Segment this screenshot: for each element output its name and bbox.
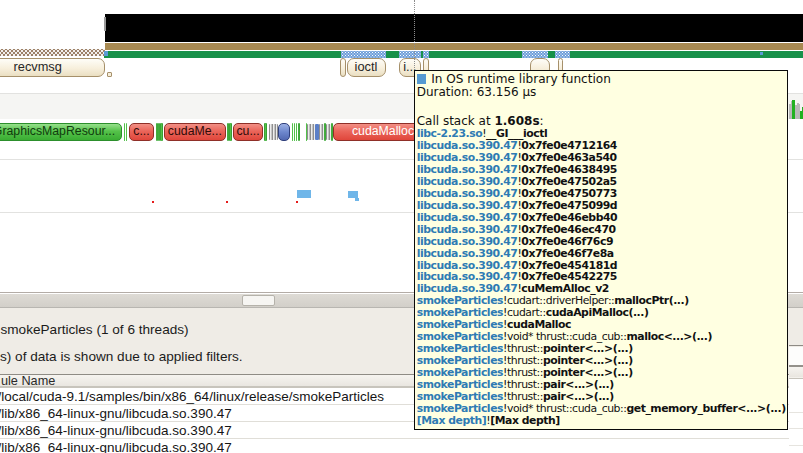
thread-hatched-range xyxy=(341,51,386,58)
tooltip-title: In OS runtime library function xyxy=(431,72,611,86)
thread-hatched-range xyxy=(555,51,570,58)
cuda-api-interval xyxy=(326,124,331,140)
filter-notice-label: s) of data is shown due to applied filte… xyxy=(0,349,243,364)
tooltip-duration: Duration: 63.156 μs xyxy=(417,86,788,99)
cuda-api-interval[interactable]: GraphicsMapResour... xyxy=(0,123,122,141)
frame-symbol: get_memory_buffer<...>(...) xyxy=(626,402,785,415)
frame-symbol: malloc<...>(...) xyxy=(626,330,712,343)
timeline-tooltip: In OS runtime library function Duration:… xyxy=(414,70,789,431)
os-runtime-interval[interactable]: ioctl xyxy=(347,58,386,77)
cuda-api-interval[interactable]: cudaMe... xyxy=(164,123,226,141)
marker-dot[interactable] xyxy=(152,201,154,203)
time-cursor-line xyxy=(414,0,415,70)
thread-lifetime-bar[interactable] xyxy=(104,51,803,58)
cuda-api-interval[interactable]: cu... xyxy=(233,123,263,141)
tooltip-title-line: In OS runtime library function xyxy=(417,73,788,87)
cuda-api-interval xyxy=(307,124,315,140)
module-name-cell: /lib/x86_64-linux-gnu/libcuda.so.390.47 xyxy=(0,423,232,438)
memcpy-marker[interactable] xyxy=(348,191,357,198)
timeline-ruler-redacted xyxy=(105,14,803,42)
module-name-cell: /local/cuda-9.1/samples/bin/x86_64/linux… xyxy=(0,389,384,404)
cuda-api-interval xyxy=(160,123,163,141)
callstack-frame: [Max depth]![Max depth] xyxy=(417,415,788,427)
cuda-api-interval xyxy=(126,123,128,141)
memcpy-marker[interactable] xyxy=(297,190,311,198)
cuda-api-interval xyxy=(227,123,229,141)
thread-info-label: smokeParticles (1 of 6 threads) xyxy=(1,322,189,337)
right-pane-box xyxy=(789,347,803,366)
right-pane-row-sep xyxy=(789,412,803,413)
os-runtime-interval[interactable] xyxy=(340,58,346,77)
cuda-api-interval xyxy=(298,123,300,141)
tooltip-frames: libc-2.23.so!__GI___ioctllibcuda.so.390.… xyxy=(415,128,788,427)
profiler-window: recvmsgioctli... GraphicsMapResour...c..… xyxy=(0,0,803,453)
table-row[interactable]: /lib/x86_64-linux-gnu/libcuda.so.390.47 xyxy=(0,438,803,453)
module-name-cell: /lib/x86_64-linux-gnu/libcuda.so.390.47 xyxy=(0,406,232,421)
memcpy-marker[interactable] xyxy=(355,198,359,201)
right-pane-row-sep xyxy=(789,445,803,446)
tooltip-blank-line xyxy=(417,100,788,115)
category-swatch-icon xyxy=(417,74,427,84)
cuda-api-interval xyxy=(269,124,278,140)
frame-symbol: [Max depth] xyxy=(490,414,560,427)
cuda-api-interval[interactable]: c... xyxy=(129,123,153,141)
process-lifetime-bar[interactable] xyxy=(105,43,803,50)
marker-dot[interactable] xyxy=(296,201,298,203)
thread-hatched-range xyxy=(423,51,430,58)
cuda-api-interval[interactable] xyxy=(278,123,290,141)
right-pane-header xyxy=(789,367,803,378)
marker-dot[interactable] xyxy=(226,201,228,203)
cuda-api-interval xyxy=(264,123,268,141)
process-hatched-range xyxy=(0,49,105,56)
thread-hatched-range xyxy=(399,51,421,58)
os-runtime-interval-small[interactable] xyxy=(107,72,112,77)
ruler-notch xyxy=(104,17,105,31)
cuda-api-interval xyxy=(229,123,232,141)
frame-module: [Max depth] xyxy=(417,414,487,427)
right-pane-row-sep xyxy=(789,428,803,429)
cuda-api-interval xyxy=(292,123,294,141)
right-pane-table xyxy=(789,379,803,453)
thread-hatched-range xyxy=(522,51,548,58)
horizontal-scrollbar-thumb[interactable] xyxy=(242,295,275,306)
module-name-cell: /lib/x86_64-linux-gnu/libcuda.so.390.47 xyxy=(0,440,232,453)
os-runtime-interval[interactable]: recvmsg xyxy=(0,58,105,77)
thread-bar-marker xyxy=(760,52,764,55)
thread-bar-marker xyxy=(104,51,108,56)
